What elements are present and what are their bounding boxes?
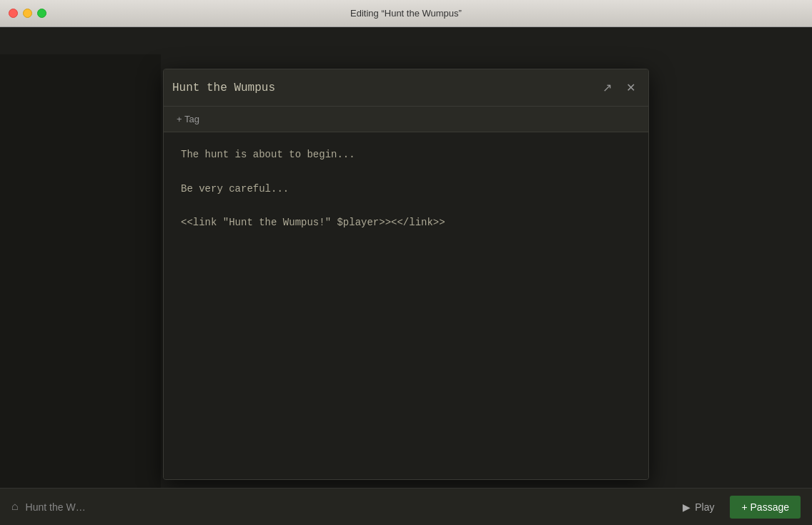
close-button[interactable] (9, 9, 18, 18)
expand-button[interactable]: ↗ (598, 78, 616, 97)
modal-close-button[interactable]: ✕ (622, 78, 640, 97)
title-bar: Editing “Hunt the Wumpus” (0, 0, 812, 27)
add-tag-label: + Tag (177, 114, 199, 124)
play-button[interactable]: ▶ Play (674, 497, 723, 517)
minimize-button[interactable] (23, 9, 32, 18)
modal-header-buttons: ↗ ✕ (598, 78, 640, 97)
passage-title-input[interactable] (172, 79, 598, 97)
add-passage-button[interactable]: + Passage (730, 496, 801, 519)
play-icon: ▶ (683, 501, 690, 513)
passage-editor-textarea[interactable]: The hunt is about to begin... Be very ca… (181, 147, 631, 461)
close-icon: ✕ (626, 81, 635, 94)
modal-overlay: ↗ ✕ + Tag The hunt is about to begin... … (0, 54, 812, 488)
story-name-label: Hunt the W… (26, 501, 86, 513)
maximize-button[interactable] (37, 9, 46, 18)
modal-header: ↗ ✕ (164, 69, 648, 107)
tag-bar: + Tag (164, 107, 648, 132)
canvas-area: ↗ ✕ + Tag The hunt is about to begin... … (0, 27, 812, 525)
bottom-right: ▶ Play + Passage (674, 496, 801, 519)
traffic-lights (9, 9, 46, 18)
bottom-bar: ⌂ Hunt the W… ▶ Play + Passage (0, 488, 812, 525)
window-title: Editing “Hunt the Wumpus” (350, 8, 462, 19)
play-label: Play (695, 501, 714, 513)
expand-icon: ↗ (603, 81, 612, 94)
home-icon: ⌂ (11, 501, 19, 514)
add-tag-button[interactable]: + Tag (174, 112, 202, 126)
add-passage-label: + Passage (741, 501, 789, 513)
passage-editor-modal: ↗ ✕ + Tag The hunt is about to begin... … (163, 69, 649, 480)
editor-area: The hunt is about to begin... Be very ca… (164, 132, 648, 479)
bottom-left: ⌂ Hunt the W… (11, 501, 86, 514)
